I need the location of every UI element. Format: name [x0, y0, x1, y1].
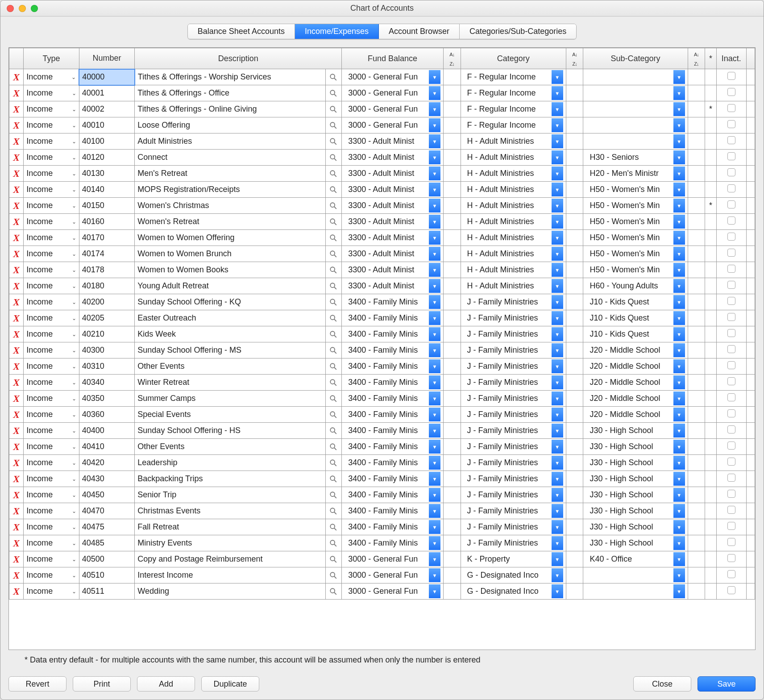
- description-field[interactable]: Fall Retreat: [135, 519, 325, 535]
- close-button[interactable]: Close: [633, 676, 691, 692]
- inactive-checkbox[interactable]: [717, 133, 747, 150]
- fund-balance-dropdown[interactable]: 3400 - Family Minis▼: [342, 519, 444, 535]
- default-star-cell[interactable]: [705, 342, 717, 358]
- type-dropdown[interactable]: Income⌄: [24, 182, 79, 198]
- number-field[interactable]: 40410: [79, 439, 135, 455]
- scrollbar-track[interactable]: [746, 567, 755, 583]
- duplicate-button[interactable]: Duplicate: [201, 676, 259, 692]
- description-field[interactable]: Leadership: [135, 455, 325, 471]
- description-lookup-button[interactable]: [325, 519, 342, 535]
- description-field[interactable]: Christmas Events: [135, 503, 325, 519]
- delete-row-button[interactable]: X: [9, 535, 24, 551]
- category-dropdown[interactable]: J - Family Ministries▼: [461, 310, 566, 326]
- scrollbar-track[interactable]: [746, 583, 755, 600]
- subcategory-dropdown[interactable]: H60 - Young Adults▼: [583, 278, 688, 294]
- inactive-checkbox[interactable]: [717, 439, 747, 455]
- category-dropdown[interactable]: J - Family Ministries▼: [461, 535, 566, 551]
- subcategory-dropdown[interactable]: J20 - Middle School▼: [583, 407, 688, 423]
- number-field[interactable]: 40130: [79, 166, 135, 182]
- inactive-checkbox[interactable]: [717, 519, 747, 535]
- save-button[interactable]: Save: [698, 676, 756, 692]
- fund-balance-dropdown[interactable]: 3400 - Family Minis▼: [342, 326, 444, 342]
- fund-balance-dropdown[interactable]: 3400 - Family Minis▼: [342, 358, 444, 375]
- delete-row-button[interactable]: X: [9, 101, 24, 117]
- inactive-checkbox[interactable]: [717, 358, 747, 375]
- subcategory-dropdown[interactable]: J30 - High School▼: [583, 487, 688, 503]
- type-dropdown[interactable]: Income⌄: [24, 198, 79, 214]
- type-dropdown[interactable]: Income⌄: [24, 214, 79, 230]
- description-lookup-button[interactable]: [325, 407, 342, 423]
- description-lookup-button[interactable]: [325, 326, 342, 342]
- fund-balance-dropdown[interactable]: 3000 - General Fun▼: [342, 583, 444, 600]
- default-star-cell[interactable]: [705, 310, 717, 326]
- subcategory-dropdown[interactable]: J10 - Kids Quest▼: [583, 310, 688, 326]
- inactive-checkbox[interactable]: [717, 407, 747, 423]
- description-field[interactable]: Women to Women Books: [135, 262, 325, 278]
- inactive-checkbox[interactable]: [717, 85, 747, 101]
- description-field[interactable]: Adult Ministries: [135, 133, 325, 150]
- inactive-checkbox[interactable]: [717, 182, 747, 198]
- description-field[interactable]: Loose Offering: [135, 117, 325, 133]
- subcategory-dropdown[interactable]: H50 - Women's Min▼: [583, 214, 688, 230]
- default-star-cell[interactable]: [705, 69, 717, 85]
- subcategory-dropdown[interactable]: J20 - Middle School▼: [583, 375, 688, 391]
- delete-row-button[interactable]: X: [9, 246, 24, 262]
- number-field[interactable]: 40140: [79, 182, 135, 198]
- inactive-checkbox[interactable]: [717, 278, 747, 294]
- type-dropdown[interactable]: Income⌄: [24, 246, 79, 262]
- inactive-checkbox[interactable]: [717, 471, 747, 487]
- fund-balance-dropdown[interactable]: 3400 - Family Minis▼: [342, 439, 444, 455]
- delete-row-button[interactable]: X: [9, 471, 24, 487]
- default-star-cell[interactable]: [705, 278, 717, 294]
- scrollbar-track[interactable]: [746, 519, 755, 535]
- description-field[interactable]: Other Events: [135, 439, 325, 455]
- fund-balance-dropdown[interactable]: 3000 - General Fun▼: [342, 551, 444, 567]
- scrollbar-track[interactable]: [746, 535, 755, 551]
- default-star-cell[interactable]: [705, 166, 717, 182]
- category-dropdown[interactable]: H - Adult Ministries▼: [461, 182, 566, 198]
- number-field[interactable]: 40205: [79, 310, 135, 326]
- type-dropdown[interactable]: Income⌄: [24, 85, 79, 101]
- category-dropdown[interactable]: J - Family Ministries▼: [461, 423, 566, 439]
- col-type-header[interactable]: Type: [24, 48, 79, 69]
- fund-balance-dropdown[interactable]: 3300 - Adult Minist▼: [342, 262, 444, 278]
- scrollbar-track[interactable]: [746, 423, 755, 439]
- inactive-checkbox[interactable]: [717, 262, 747, 278]
- description-field[interactable]: Tithes & Offerings - Online Giving: [135, 101, 325, 117]
- default-star-cell[interactable]: [705, 246, 717, 262]
- subcategory-dropdown[interactable]: H50 - Women's Min▼: [583, 230, 688, 246]
- type-dropdown[interactable]: Income⌄: [24, 551, 79, 567]
- inactive-checkbox[interactable]: [717, 391, 747, 407]
- description-lookup-button[interactable]: [325, 358, 342, 375]
- inactive-checkbox[interactable]: [717, 230, 747, 246]
- description-lookup-button[interactable]: [325, 583, 342, 600]
- category-dropdown[interactable]: H - Adult Ministries▼: [461, 198, 566, 214]
- default-star-cell[interactable]: [705, 133, 717, 150]
- description-field[interactable]: Women's Retreat: [135, 214, 325, 230]
- description-field[interactable]: MOPS Registration/Receipts: [135, 182, 325, 198]
- fund-balance-dropdown[interactable]: 3400 - Family Minis▼: [342, 310, 444, 326]
- subcategory-dropdown[interactable]: ▼: [583, 85, 688, 101]
- default-star-cell[interactable]: [705, 358, 717, 375]
- type-dropdown[interactable]: Income⌄: [24, 262, 79, 278]
- description-field[interactable]: Sunday School Offering - KQ: [135, 294, 325, 310]
- category-dropdown[interactable]: H - Adult Ministries▼: [461, 133, 566, 150]
- type-dropdown[interactable]: Income⌄: [24, 567, 79, 583]
- type-dropdown[interactable]: Income⌄: [24, 150, 79, 166]
- scrollbar-track[interactable]: [746, 455, 755, 471]
- inactive-checkbox[interactable]: [717, 455, 747, 471]
- subcategory-dropdown[interactable]: K40 - Office▼: [583, 551, 688, 567]
- type-dropdown[interactable]: Income⌄: [24, 375, 79, 391]
- type-dropdown[interactable]: Income⌄: [24, 583, 79, 600]
- inactive-checkbox[interactable]: [717, 69, 747, 85]
- scrollbar-track[interactable]: [746, 407, 755, 423]
- inactive-checkbox[interactable]: [717, 150, 747, 166]
- scrollbar-track[interactable]: [746, 69, 755, 85]
- category-dropdown[interactable]: F - Regular Income▼: [461, 101, 566, 117]
- description-field[interactable]: Interest Income: [135, 567, 325, 583]
- add-button[interactable]: Add: [137, 676, 195, 692]
- category-dropdown[interactable]: K - Property▼: [461, 551, 566, 567]
- scrollbar-track[interactable]: [746, 391, 755, 407]
- description-field[interactable]: Special Events: [135, 407, 325, 423]
- default-star-cell[interactable]: [705, 182, 717, 198]
